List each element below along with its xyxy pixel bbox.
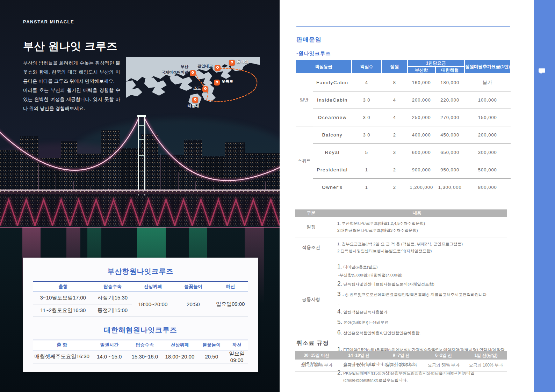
col-content: 내용 — [327, 210, 507, 216]
table-cell: Royal — [313, 143, 352, 161]
info-table-header: 구분 내용 — [295, 209, 507, 217]
row-label: 공통사항 — [295, 296, 327, 303]
map-label-gwangan-bridge: 광안대교 — [197, 64, 213, 69]
top-rule — [296, 26, 510, 27]
table-cell: 180,000 — [435, 74, 464, 91]
table-cell: 불가 — [464, 74, 511, 91]
table-cell: 20:50 — [174, 291, 212, 317]
map-pin-taejongdae — [192, 97, 198, 103]
map-pin-dongbaek-island — [229, 60, 235, 66]
table-row: Owner's 1 2 1,200,000 1,300,000 800,000 — [296, 178, 511, 196]
table-row: 3~10월토요일17:00 하절기|15:30 18:00~20:00 20:5… — [33, 291, 248, 304]
table-cell: 14:0 ~15:0 — [91, 350, 128, 363]
col-ticketing: 발권시간 — [91, 340, 128, 350]
fare-heading: 판매운임 — [296, 36, 322, 44]
left-page: PANSTAR MIRACLE 부산 원나잇 크루즈 부산의 밤하늘을 화려하게… — [0, 0, 280, 392]
table-cell: 250,000 — [408, 109, 435, 126]
info-line: -부산항(5,880원),대한해협(7,000원) — [337, 272, 506, 279]
busan-port-cruise-title: 부산항원나잇크루즈 — [33, 267, 248, 276]
table-cell: 요금의 100% 부과 — [465, 360, 507, 371]
table-cell: 1,200,000 — [408, 178, 435, 196]
korea-strait-schedule-table: 출 항 발권시간 탑승수속 선상뷔페 불꽃놀이 하선 매월셋째주토요일16:30… — [33, 340, 248, 364]
row-label: 일정 — [295, 224, 327, 230]
table-cell: OceanView — [313, 109, 352, 126]
col-fireworks: 불꽃놀이 — [197, 340, 225, 350]
cancel-col: 30~15일 이전 — [295, 351, 338, 360]
cancel-col: 14~10일 전 — [338, 351, 380, 360]
table-cell: 3 — [382, 143, 408, 161]
table-cell: 요금의 10% 부과 — [295, 360, 338, 371]
table-cell: 4 — [352, 74, 382, 91]
col-per-person: 1인당요금 — [408, 60, 464, 67]
table-cell: 600,000 — [408, 143, 435, 161]
col-boarding: 탑승수속 — [128, 340, 162, 350]
cancellation-heading: 취소료 규정 — [296, 339, 329, 347]
col-category: 구분 — [295, 210, 327, 216]
map-pin-terminal — [190, 70, 196, 76]
table-cell: 650,000 — [435, 143, 464, 161]
table-row: Royal 5 3 600,000 650,000 300,000 — [296, 143, 511, 161]
schedule-card: 부산항원나잇크루즈 출항 탑승수속 선상뷔페 불꽃놀이 하선 3~10월토요일1… — [23, 258, 258, 372]
col-cabin-class: 객실등급 — [296, 60, 352, 74]
table-cell: 400,000 — [408, 126, 435, 143]
intro-paragraph: 부산의 밤하늘을 화려하게 수놓는 환상적인 불꽃쇼와 함께, 한국의 대표 해… — [23, 59, 120, 113]
table-cell: 4 — [382, 109, 408, 126]
info-line: 3 .◷ 벤트및프로모션에따른요금할인정책은홈페◷ 지를참고해주시고연락바랍니다 — [337, 289, 506, 299]
row-label: 적용조건 — [295, 244, 327, 251]
table-cell: 3 0 — [352, 109, 382, 126]
comment-bubble-icon[interactable] — [539, 68, 545, 73]
table-cell: 8 — [382, 74, 408, 91]
brand-underline — [23, 28, 256, 28]
table-cell: 100,000 — [464, 91, 511, 109]
col-busan-port: 부산항 — [408, 67, 435, 74]
table-cell: 800,000 — [464, 178, 511, 196]
table-cell: 4 — [382, 91, 408, 109]
table-cell: 950,000 — [435, 161, 464, 178]
map-label-jodo: 조도 — [193, 86, 201, 91]
table-cell: 200,000 — [464, 126, 511, 143]
table-row: InsideCabin 3 0 4 200,000 220,000 100,00… — [296, 91, 511, 109]
table-cell: FamilyCabin — [313, 74, 352, 91]
map-pin-jodo — [202, 86, 208, 92]
table-cell: 하절기|15:30 — [93, 291, 132, 304]
fare-subheading: -원나잇크루즈 — [296, 50, 331, 57]
table-row: OceanView 3 0 4 250,000 270,000 150,000 — [296, 109, 511, 126]
table-cell: 요금의 30% 부과 — [380, 360, 422, 371]
cancel-col: 1일 전(당일) — [465, 351, 507, 360]
table-cell: 3 0 — [352, 91, 382, 109]
map-label-oryukdo: 오륙도 — [222, 79, 233, 84]
busan-port-schedule-table: 출항 탑승수속 선상뷔페 불꽃놀이 하선 3~10월토요일17:00 하절기|1… — [33, 281, 248, 317]
map-label-dongbaek-island: 동백섬 — [237, 59, 248, 65]
info-line: . — [337, 299, 506, 306]
table-row: 매월셋째주토요일16:30 14:0 ~15:0 15:30~16:0 18:0… — [33, 350, 248, 363]
col-departure: 출항 — [33, 281, 93, 291]
table-cell: 2 — [382, 178, 408, 196]
korea-strait-cruise-title: 대한해협원나잇크루즈 — [33, 325, 248, 335]
route-map: 부산 국제여객터미널 광안대교 동백섬 오륙도 조도 태종대 — [124, 56, 261, 108]
table-cell: 매월셋째주토요일16:30 — [33, 350, 91, 363]
cancel-value-row: 요금의 10% 부과 요금의 20% 부과 요금의 30% 부과 요금의 50%… — [295, 360, 507, 371]
table-cell: 150,000 — [464, 109, 511, 126]
table-cell: 200,000 — [408, 91, 435, 109]
col-korea-strait: 대한해협 — [435, 67, 464, 74]
info-line: 1. 부산항원나잇크루즈(매월1,2,4,5주차주말운항) — [337, 220, 506, 227]
info-row-conditions: 적용조건 1. 첨부요금표는1박 2일 요 금 적 용 (객실료, 뷔페2식, … — [295, 237, 507, 258]
info-line: 5.유아(2세미만)는선비무료 — [337, 317, 506, 327]
map-pin-oryukdo — [214, 80, 220, 86]
col-disembark: 하선 — [225, 340, 248, 350]
col-boarding: 탑승수속 — [93, 281, 132, 291]
cancel-header-row: 30~15일 이전 14~10일 전 9~7일 전 6~2일 전 1일 전(당일… — [295, 351, 507, 360]
info-line: 1.터미널◷용료(별도) — [337, 261, 506, 272]
fare-header-row: 객실등급 객실수 정원 1인당요금 정원미달추가요금(1인) — [296, 60, 511, 67]
table-cell: 5 — [352, 143, 382, 161]
table-cell: 450,000 — [435, 126, 464, 143]
table-cell: 500,000 — [464, 161, 511, 178]
row-content: 1.터미널◷용료(별도) -부산항(5,880원),대한해협(7,000원) 2… — [327, 258, 507, 341]
table-cell: 1 — [352, 178, 382, 196]
info-line: 2.단독행사및인센티브행사는별도문의(자체일정포함) — [337, 279, 506, 289]
cancel-col: 9~7일 전 — [380, 351, 422, 360]
table-cell: 1,300,000 — [435, 178, 464, 196]
table-header-row: 출 항 발권시간 탑승수속 선상뷔페 불꽃놀이 하선 — [33, 340, 248, 350]
table-cell: 요금의 20% 부과 — [338, 360, 380, 371]
table-cell: 일요일09:00 — [225, 350, 248, 363]
